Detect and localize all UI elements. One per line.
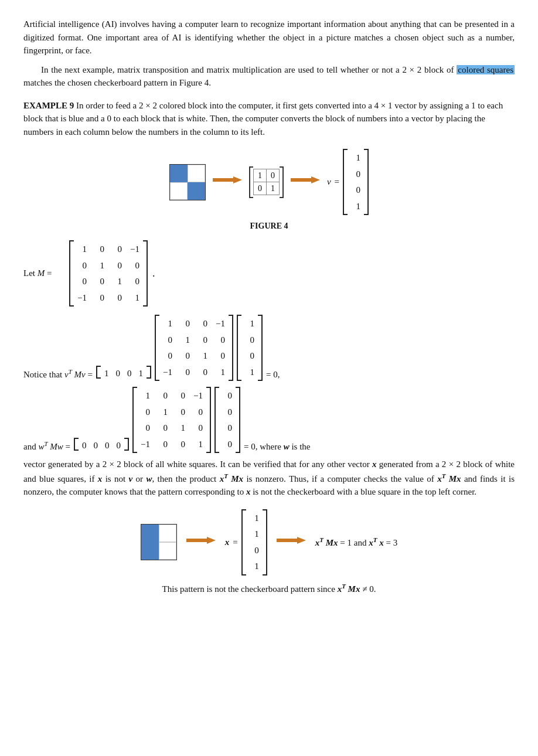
bottom-checkerboard	[141, 524, 177, 560]
notice-line: Notice that vT Mv = 1001 100−1 0100 0010…	[23, 315, 515, 381]
bottom-arrow-1	[186, 534, 216, 550]
intro-paragraph-2: In the next example, matrix transpositio…	[23, 63, 515, 90]
matrix-M: 100−1 0100 0010 −1001	[69, 240, 148, 307]
matrix-M-notice: 100−1 0100 0010 −1001	[155, 315, 233, 381]
bottom-result-text: xT Mx = 1 and xT x = 3	[315, 535, 397, 550]
x-vec-bottom: x = 1 1 0 1	[225, 509, 267, 575]
matrix-M-w: 100−1 0100 0010 −1001	[132, 387, 211, 453]
figure-4-label: FIGURE 4	[250, 220, 288, 232]
cell-blue-topleft	[170, 165, 188, 182]
and-wMw-line: and wT Mw = 0000 100−1 0100 0010 −1001 0…	[23, 387, 515, 453]
row-vec-v: 1001	[96, 366, 151, 382]
checkerboard-block	[169, 164, 206, 200]
col-vec-x: 1 1 0 1	[241, 509, 267, 575]
arrow-1	[213, 174, 242, 190]
let-M-line: Let M = 100−1 0100 0010 −1001 .	[23, 240, 515, 307]
svg-marker-2	[186, 537, 216, 544]
example-block: EXAMPLE 9 In order to feed a 2 × 2 color…	[23, 99, 515, 139]
cell-white-topright	[188, 165, 205, 182]
figure-4-area: 1 0 0 1 v = 1	[23, 149, 515, 232]
v-equals: v = 1 0 0 1	[327, 149, 369, 215]
svg-marker-1	[291, 176, 320, 183]
example-label: EXAMPLE 9	[23, 101, 74, 110]
figure-4-row: 1 0 0 1 v = 1	[169, 149, 369, 215]
col-vec-w: 0 0 0 0	[214, 387, 240, 453]
arrow-2	[291, 174, 320, 190]
bottom-paragraph: vector generated by a 2 × 2 block of all…	[23, 458, 515, 499]
intro-paragraph-1: Artificial intelligence (AI) involves ha…	[23, 18, 515, 57]
highlighted-text: colored squares	[457, 65, 515, 74]
row-vec-w: 0000	[74, 438, 129, 454]
cell-blue-bottomright	[188, 182, 205, 200]
bottom-arrow-2	[277, 534, 306, 550]
fig4-matrix: 1 0 0 1	[249, 166, 284, 198]
col-vec-v-notice: 1 0 0 1	[237, 315, 263, 381]
svg-marker-0	[213, 176, 242, 183]
final-line: This pattern is not the checkerboard pat…	[23, 581, 515, 596]
cell-white-bottomleft	[170, 182, 188, 200]
col-vector-v: 1 0 0 1	[343, 149, 369, 215]
bottom-figure-area: x = 1 1 0 1 xT Mx = 1 and xT x = 3	[23, 509, 515, 575]
svg-marker-3	[277, 537, 306, 544]
